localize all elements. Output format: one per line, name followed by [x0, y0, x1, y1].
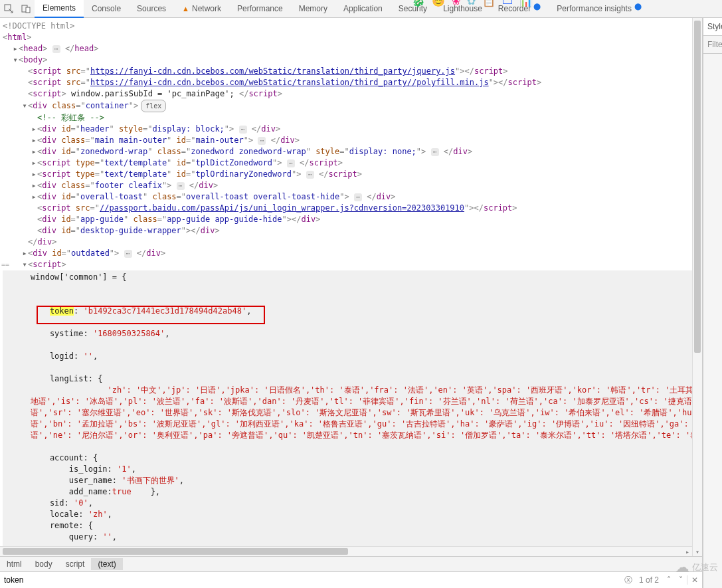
expand-toggle[interactable]: ▸ [31, 124, 37, 135]
warning-dot-icon: ▲ [182, 5, 189, 13]
expand-toggle[interactable]: ▾ [21, 259, 28, 270]
tab-lighthouse[interactable]: Lighthouse [435, 0, 490, 17]
tab-performance[interactable]: Performance [229, 0, 291, 17]
scroll-thumb[interactable] [3, 548, 348, 555]
expand-toggle[interactable]: ▸ [31, 135, 37, 146]
tab-application[interactable]: Application [335, 0, 391, 17]
ellipsis-icon[interactable]: ⋯ [177, 182, 185, 190]
ellipsis-icon[interactable]: ⋯ [52, 45, 60, 53]
close-search-icon[interactable]: ✕ [687, 575, 702, 585]
vertical-scrollbar[interactable]: ▴ ▾ [692, 18, 702, 556]
dom-tree[interactable]: <!DOCTYPE html> <html> ▸<head> ⋯ </head>… [0, 18, 692, 546]
expand-toggle[interactable]: ▾ [12, 54, 19, 66]
svg-rect-2 [26, 7, 30, 13]
expand-toggle[interactable]: ▸ [31, 157, 37, 169]
tab-recorder[interactable]: Recorder⬤ [490, 0, 549, 17]
tab-network[interactable]: ▲Network [174, 0, 229, 17]
scroll-down-icon[interactable]: ▾ [693, 547, 702, 556]
inspect-icon[interactable] [0, 0, 17, 17]
horizontal-scrollbar[interactable]: ◂ ▸ [0, 546, 692, 556]
tab-elements[interactable]: Elements [35, 0, 84, 18]
ellipsis-icon[interactable]: ⋯ [287, 159, 295, 167]
breadcrumb: html body script (text) [0, 556, 702, 571]
search-highlight: token [50, 306, 74, 316]
search-next-icon[interactable]: ˅ [675, 575, 687, 585]
tab-performance-insights[interactable]: Performance insights⬤ [549, 0, 650, 17]
styles-sidebar: Style Filte [703, 18, 722, 588]
doctype-node: <!DOCTYPE html> [3, 21, 74, 31]
selected-node-marker: == [1, 259, 9, 270]
device-toggle-icon[interactable] [17, 0, 35, 17]
ellipsis-icon[interactable]: ⋯ [431, 148, 439, 156]
tab-memory[interactable]: Memory [291, 0, 335, 17]
styles-tab[interactable]: Style [703, 18, 722, 36]
crumb-script[interactable]: script [59, 558, 92, 570]
expand-toggle[interactable]: ▾ [21, 100, 28, 112]
script-src-link[interactable]: https://fanyi-cdn.cdn.bcebos.com/webStat… [90, 66, 455, 76]
expand-toggle[interactable]: ▸ [31, 146, 37, 157]
crumb-html[interactable]: html [0, 558, 29, 570]
comment-node: <!-- 彩虹条 --> [37, 113, 104, 122]
search-input[interactable] [0, 575, 622, 585]
tab-sources[interactable]: Sources [129, 0, 174, 17]
ellipsis-icon[interactable]: ⋯ [258, 137, 266, 145]
ellipsis-icon[interactable]: ⋯ [124, 250, 132, 258]
script-src-link[interactable]: https://fanyi-cdn.cdn.bcebos.com/webStat… [90, 78, 489, 87]
clear-search-icon[interactable]: ⓧ [622, 575, 635, 586]
expand-toggle[interactable]: ▸ [31, 169, 37, 180]
crumb-text[interactable]: (text) [91, 558, 122, 570]
tab-console[interactable]: Console [84, 0, 129, 17]
ellipsis-icon[interactable]: ⋯ [354, 193, 362, 201]
expand-toggle[interactable]: ▸ [31, 191, 37, 203]
styles-filter[interactable]: Filte [703, 36, 722, 54]
beta-dot-icon: ⬤ [634, 3, 642, 10]
crumb-body[interactable]: body [29, 558, 59, 570]
scroll-thumb[interactable] [694, 21, 701, 353]
expand-toggle[interactable]: ▸ [31, 180, 37, 191]
script-text-content: window['common'] = { token: 'b1492ca3c71… [3, 270, 692, 546]
scroll-right-icon[interactable]: ▸ [683, 547, 692, 556]
search-bar: ⓧ 1 of 2 ˄ ˅ ✕ [0, 571, 702, 588]
devtools-tabbar: Elements Console Sources ▲Network Perfor… [0, 0, 722, 18]
search-count: 1 of 2 [635, 575, 663, 585]
expand-toggle[interactable]: ▸ [12, 43, 19, 54]
expand-toggle[interactable]: ▸ [21, 248, 28, 259]
tab-security[interactable]: Security [391, 0, 435, 17]
flex-badge[interactable]: flex [141, 100, 166, 112]
ellipsis-icon[interactable]: ⋯ [239, 126, 247, 134]
beta-dot-icon: ⬤ [533, 3, 541, 10]
ellipsis-icon[interactable]: ⋯ [306, 171, 314, 179]
search-prev-icon[interactable]: ˄ [663, 575, 675, 585]
script-src-link[interactable]: //passport.baidu.com/passApi/js/uni_logi… [100, 203, 464, 213]
